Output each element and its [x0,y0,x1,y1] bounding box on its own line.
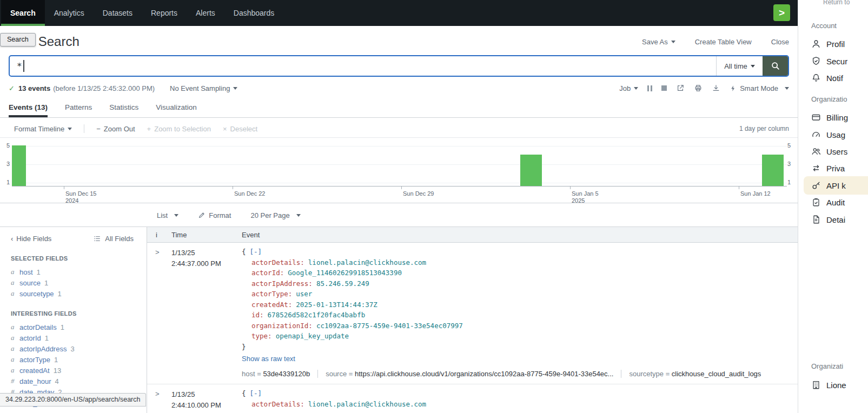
timeline-bar[interactable] [762,155,784,186]
field-item-actorId[interactable]: aactorId1 [11,332,147,343]
menu-item-billing[interactable]: Billing [811,111,848,123]
pause-icon[interactable] [647,85,652,91]
nav-item-search[interactable]: Search [1,0,45,26]
tab-statistics[interactable]: Statistics [109,99,138,117]
plus-icon: + [147,125,151,133]
stop-icon[interactable] [661,85,667,91]
search-input[interactable]: * [10,56,716,76]
export-icon[interactable] [712,84,720,92]
gridline [12,146,787,146]
hide-fields-button[interactable]: ‹Hide Fields [11,235,51,243]
create-table-view-button[interactable]: Create Table View [695,38,752,46]
field-item-actorType[interactable]: aactorType1 [11,354,147,365]
field-item-createdAt[interactable]: acreatedAt13 [11,365,147,376]
job-controls: Job Smart Mode [619,84,789,92]
timeline-bar[interactable] [520,155,542,186]
events-detail: (before 1/13/25 2:45:32.000 PM) [53,84,155,92]
nav-item-datasets[interactable]: Datasets [94,0,142,26]
organizations-section-title: Organizati [811,362,843,370]
page-header: New Search Save As Create Table View Clo… [9,31,789,52]
menu-item-users[interactable]: Users [811,145,847,157]
event-sampling-dropdown[interactable]: No Event Sampling [170,84,237,92]
x-axis-label: Sun Dec 22 [234,190,265,197]
field-item-actorDetails[interactable]: aactorDetails1 [11,322,147,332]
field-item-host[interactable]: ahost1 [11,267,147,277]
nav-item-reports[interactable]: Reports [142,0,187,26]
splunk-logo-icon[interactable]: > [773,4,790,21]
field-item-source[interactable]: asource1 [11,277,147,288]
sourcetype-value[interactable]: clickhouse_cloud_audit_logs [672,370,761,378]
timeline-bar[interactable] [12,145,26,186]
zoom-out-button[interactable]: −Zoom Out [96,125,135,133]
list-view-dropdown[interactable]: List [157,211,178,219]
check-icon: ✓ [9,84,15,92]
format-timeline-dropdown[interactable]: Format Timeline [14,125,72,133]
tab-visualization[interactable]: Visualization [156,99,197,117]
field-item-date-hour[interactable]: #date_hour4 [11,376,147,387]
chevron-down-icon [671,41,675,43]
y-axis-label: 5 [787,142,795,149]
expand-row-button[interactable]: > [147,247,171,256]
collapse-json-link[interactable]: [-] [250,389,262,397]
zoom-to-selection-button[interactable]: +Zoom to Selection [147,125,211,133]
print-icon[interactable] [694,84,703,92]
save-as-button[interactable]: Save As [642,38,675,46]
chevron-down-icon [751,65,755,68]
menu-item-organization-lionel[interactable]: Lione [811,379,846,391]
close-button[interactable]: Close [771,38,789,46]
field-item-sourcetype[interactable]: asourcetype1 [11,288,147,299]
clipboard-check-icon [811,197,821,207]
all-fields-button[interactable]: All Fields [93,235,134,243]
users-icon [811,146,821,156]
collapse-json-link[interactable]: [-] [250,248,262,256]
menu-item-details[interactable]: Detai [811,214,845,225]
x-tick [233,186,233,189]
menu-item-notifications[interactable]: Notif [811,72,843,84]
event-cell: {[-] actorDetails:lionel.palacin@clickho… [242,247,798,378]
x-icon: × [223,125,227,133]
show-raw-text-link[interactable]: Show as raw text [242,355,295,363]
host-value[interactable]: 53de4339120b [263,370,310,378]
menu-item-audit[interactable]: Audit [811,196,845,208]
tab-events[interactable]: Events (13) [9,99,48,117]
swap-arrows-icon [811,163,821,173]
browser-status-url: 34.29.223.20:8000/en-US/app/search/searc… [0,393,146,407]
nav-item-alerts[interactable]: Alerts [187,0,224,26]
expand-row-button[interactable]: > [147,388,171,398]
menu-item-api-keys[interactable]: API k [811,179,846,191]
per-page-dropdown[interactable]: 20 Per Page [250,211,300,219]
job-menu[interactable]: Job [619,84,638,92]
building-icon [811,380,821,390]
chevron-down-icon [634,87,638,90]
y-axis-label: 1 [787,179,795,185]
tab-patterns[interactable]: Patterns [65,99,92,117]
nav-item-dashboards[interactable]: Dashboards [224,0,284,26]
menu-item-profile[interactable]: Profil [811,38,845,50]
organization-section-title: Organizatio [811,95,847,103]
splunk-search-app: Search Analytics Datasets Reports Alerts… [0,0,798,413]
format-button[interactable]: Format [198,211,231,219]
menu-item-usage[interactable]: Usag [811,129,845,141]
menu-item-private[interactable]: Priva [811,162,845,174]
chevron-left-icon: ‹ [11,235,13,243]
x-axis-label: Sun Dec 152024 [65,190,96,204]
nav-item-analytics[interactable]: Analytics [45,0,94,26]
source-value[interactable]: https://api.clickhouse.cloud/v1/organiza… [355,370,613,378]
share-icon[interactable] [676,84,685,92]
deselect-button[interactable]: ×Deselect [223,125,257,133]
pencil-icon [198,211,206,219]
x-tick [401,186,402,189]
key-icon [811,181,821,190]
interesting-fields-title: INTERESTING FIELDS [11,310,147,317]
header-actions: Save As Create Table View Close [642,38,789,46]
person-icon [811,39,821,49]
return-to-link[interactable]: Return to [823,0,850,6]
search-button[interactable] [763,56,788,76]
field-item-actorIpAddress[interactable]: aactorIpAddress3 [11,343,147,354]
credit-card-icon [811,112,821,122]
text-cursor [23,60,24,72]
menu-item-security[interactable]: Secur [811,55,847,67]
search-mode-dropdown[interactable]: Smart Mode [730,84,789,92]
time-range-picker[interactable]: All time [716,56,763,76]
search-bar: * All time [9,55,789,77]
